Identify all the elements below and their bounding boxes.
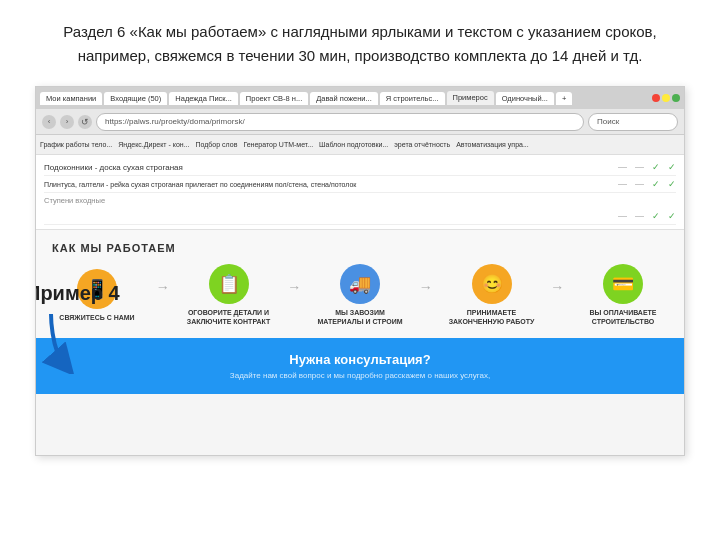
page-content: Подоконники - доска сухая строганая — — … [36,155,684,394]
check-mark: ✓ [668,211,676,221]
bookmark-3[interactable]: Подбор слов [196,141,238,148]
bookmark-5[interactable]: Шаблон подготовки... [319,141,388,148]
bookmark-6[interactable]: эрета отчётность [394,141,450,148]
search-bar[interactable]: Поиск [588,113,678,131]
check-dash: — [635,179,644,189]
arrow-icon-2: → [287,279,301,295]
step-icon-3: 🚚 [340,264,380,304]
bookmark-1[interactable]: График работы тело... [40,141,112,148]
check-mark: ✓ [652,179,660,189]
search-placeholder: Поиск [597,117,619,126]
arrow-icon-4: → [550,279,564,295]
step-label-3: МЫ ЗАВОЗИМ МАТЕРИАЛЫ И СТРОИМ [315,308,405,326]
browser-tab[interactable]: Надежда Писк... [169,92,238,105]
table-row: — — ✓ ✓ [44,208,676,225]
step-icon-2: 📋 [209,264,249,304]
step-icon-4: 😊 [472,264,512,304]
browser-tab[interactable]: Давай пожени... [310,92,378,105]
win-minimize[interactable] [652,94,660,102]
check-dash: — [618,162,627,172]
browser-tab[interactable]: Проект СВ-8 н... [240,92,308,105]
bookmarks-bar: График работы тело... Яндекс.Директ - ко… [36,135,684,155]
check-mark: ✓ [652,211,660,221]
table-section: Подоконники - доска сухая строганая — — … [36,155,684,230]
check-dash: — [635,162,644,172]
check-dash: — [618,211,627,221]
arrow-icon-3: → [419,279,433,295]
win-close[interactable] [672,94,680,102]
check-dash: — [618,179,627,189]
bookmark-4[interactable]: Генератор UTM-мет... [243,141,313,148]
table-row: Плинтуса, галтели - рейка сухая строгана… [44,176,676,193]
step-label-4: ПРИНИМАЕТЕ ЗАКОНЧЕННУЮ РАБОТУ [447,308,537,326]
how-we-work-section: КАК МЫ РАБОТАЕМ 📱 СВЯЖИТЕСЬ С НАМИ → 📋 [36,230,684,338]
check-mark: ✓ [652,162,660,172]
table-checkmarks: — — ✓ ✓ [618,211,676,221]
table-row-label: Плинтуса, галтели - рейка сухая строгана… [44,181,614,188]
step-4: 😊 ПРИНИМАЕТЕ ЗАКОНЧЕННУЮ РАБОТУ [447,264,537,326]
refresh-button[interactable]: ↺ [78,115,92,129]
check-mark: ✓ [668,162,676,172]
step-label-2: ОГОВОРИТЕ ДЕТАЛИ И ЗАКЛЮЧИТЕ КОНТРАКТ [184,308,274,326]
browser-tab-new[interactable]: + [556,92,572,105]
step-3: 🚚 МЫ ЗАВОЗИМ МАТЕРИАЛЫ И СТРОИМ [315,264,405,326]
url-text: https://palws.ru/proekty/doma/primorsk/ [105,117,245,126]
table-checkmarks: — — ✓ ✓ [618,162,676,172]
table-checkmarks: — — ✓ ✓ [618,179,676,189]
table-row: Подоконники - доска сухая строганая — — … [44,159,676,176]
url-bar-row: ‹ › ↺ https://palws.ru/proekty/doma/prim… [36,109,684,135]
browser-tab[interactable]: Я строительс... [380,92,445,105]
page-container: Раздел 6 «Как мы работаем» с наглядными … [0,0,720,540]
step-2: 📋 ОГОВОРИТЕ ДЕТАЛИ И ЗАКЛЮЧИТЕ КОНТРАКТ [184,264,274,326]
back-button[interactable]: ‹ [42,115,56,129]
bookmark-7[interactable]: Автоматизация упра... [456,141,529,148]
browser-tab-bar: Мои кампании Входящие (50) Надежда Писк.… [36,87,684,109]
screenshot-wrapper: Пример 4 Мои кампании Входящие (50) Наде… [35,86,685,456]
browser-tab[interactable]: Мои кампании [40,92,102,105]
forward-button[interactable]: › [60,115,74,129]
step-5: 💳 ВЫ ОПЛАЧИВАЕТЕ СТРОИТЕЛЬСТВО [578,264,668,326]
win-maximize[interactable] [662,94,670,102]
check-mark: ✓ [668,179,676,189]
browser-tab-active[interactable]: Примерос [447,91,494,105]
consultation-section: Нужна консультация? Задайте нам свой воп… [36,338,684,394]
section-header-small: Ступени входные [44,196,676,205]
example-label: Пример 4 [35,282,120,305]
step-label-5: ВЫ ОПЛАЧИВАЕТЕ СТРОИТЕЛЬСТВО [578,308,668,326]
arrow-icon-1: → [156,279,170,295]
header-text: Раздел 6 «Как мы работаем» с наглядными … [40,20,680,68]
consultation-subtitle: Задайте нам свой вопрос и мы подробно ра… [52,371,668,380]
bookmark-2[interactable]: Яндекс.Директ - кон... [118,141,189,148]
check-dash: — [635,211,644,221]
consultation-title: Нужна консультация? [52,352,668,367]
browser-tab[interactable]: Входящие (50) [104,92,167,105]
arrow-down-icon [36,309,91,374]
how-we-work-title: КАК МЫ РАБОТАЕМ [52,242,668,254]
step-icon-5: 💳 [603,264,643,304]
url-bar[interactable]: https://palws.ru/proekty/doma/primorsk/ [96,113,584,131]
steps-row: 📱 СВЯЖИТЕСЬ С НАМИ → 📋 ОГОВОРИТЕ ДЕТАЛИ … [52,264,668,326]
table-row-label: Подоконники - доска сухая строганая [44,163,614,172]
browser-tab[interactable]: Одиночный... [496,92,554,105]
